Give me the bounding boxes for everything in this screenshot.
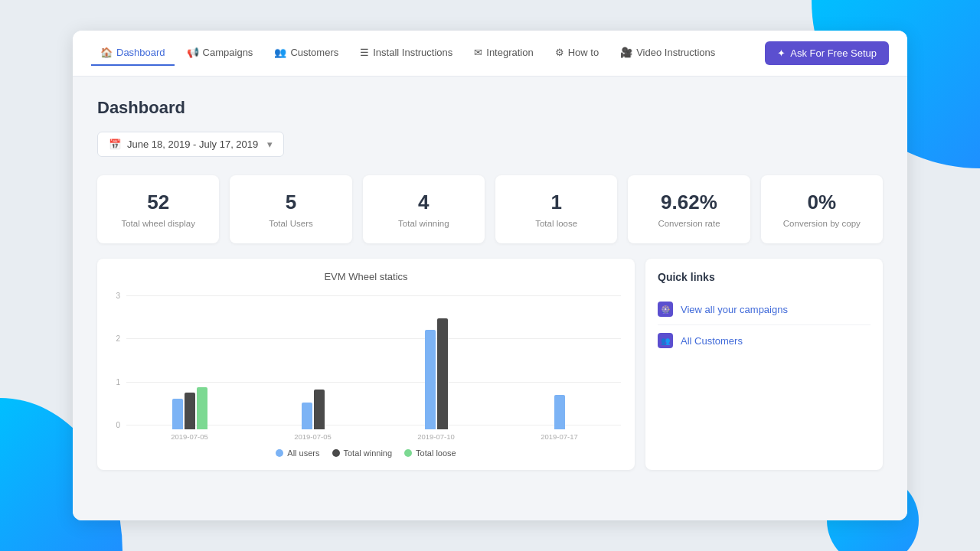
bar-3-blue bbox=[554, 395, 565, 429]
campaigns-icon: 📢 bbox=[187, 47, 199, 58]
date-range-text: June 18, 2019 - July 17, 2019 bbox=[127, 139, 258, 150]
stat-label-conv-rate: Conversion rate bbox=[640, 219, 737, 228]
dashboard-icon: 🏠 bbox=[100, 47, 113, 58]
stat-value-winning: 4 bbox=[375, 191, 472, 214]
nav-item-integration[interactable]: ✉ Integration bbox=[465, 41, 542, 66]
nav-item-customers[interactable]: 👥 Customers bbox=[265, 41, 348, 66]
stat-label-loose: Total loose bbox=[508, 219, 605, 228]
chart-title: EVM Wheel statics bbox=[111, 271, 621, 282]
x-label-2: 2019-07-10 bbox=[374, 432, 498, 441]
stat-card-wheel-display: 52 Total wheel display bbox=[97, 175, 219, 243]
chart-area: 3 2 1 0 bbox=[111, 292, 621, 429]
bar-2-dark bbox=[437, 318, 448, 429]
stat-label-wheel: Total wheel display bbox=[109, 219, 207, 228]
quick-link-customers[interactable]: 👥 All Customers bbox=[658, 325, 871, 356]
grid-line-3-bar bbox=[126, 295, 621, 296]
legend-label-blue: All users bbox=[287, 448, 319, 458]
bar-0-dark bbox=[185, 393, 195, 429]
stat-label-users: Total Users bbox=[242, 219, 339, 228]
quick-links-card: Quick links 🎡 View all your campaigns 👥 … bbox=[645, 259, 883, 470]
caret-icon: ▾ bbox=[267, 139, 273, 150]
howto-icon: ⚙ bbox=[555, 47, 564, 58]
page-title: Dashboard bbox=[97, 98, 883, 118]
nav-item-howto[interactable]: ⚙ How to bbox=[546, 41, 608, 66]
x-label-0: 2019-07-05 bbox=[128, 432, 251, 441]
stats-row: 52 Total wheel display 5 Total Users 4 T… bbox=[97, 175, 883, 243]
bar-1-dark bbox=[314, 390, 325, 429]
grid-label-2: 2 bbox=[111, 334, 120, 343]
stat-card-users: 5 Total Users bbox=[230, 175, 351, 243]
stat-label-winning: Total winning bbox=[375, 219, 472, 228]
legend-all-users: All users bbox=[276, 448, 319, 458]
bar-0-blue bbox=[172, 399, 183, 429]
bar-1-blue bbox=[302, 403, 312, 429]
stat-value-conv-rate: 9.62% bbox=[640, 191, 737, 214]
grid-label-0: 0 bbox=[111, 421, 120, 429]
page-content: Dashboard 📅 June 18, 2019 - July 17, 201… bbox=[73, 77, 907, 520]
x-label-3: 2019-07-17 bbox=[498, 432, 621, 441]
stat-value-loose: 1 bbox=[508, 191, 605, 214]
stat-value-wheel: 52 bbox=[109, 191, 207, 214]
grid-line-3: 3 bbox=[111, 292, 621, 300]
integration-icon: ✉ bbox=[474, 47, 482, 58]
legend-label-green: Total loose bbox=[416, 448, 456, 458]
customers-icon: 👥 bbox=[274, 47, 286, 58]
legend-dot-dark bbox=[332, 449, 340, 457]
nav-bar: 🏠 Dashboard 📢 Campaigns 👥 Customers ☰ In… bbox=[73, 31, 907, 77]
main-card: 🏠 Dashboard 📢 Campaigns 👥 Customers ☰ In… bbox=[73, 31, 907, 520]
main-content-row: EVM Wheel statics 3 2 1 bbox=[97, 259, 883, 470]
grid-label-3: 3 bbox=[111, 292, 120, 300]
bar-group-2 bbox=[374, 318, 498, 429]
bar-2-blue bbox=[425, 330, 436, 429]
stat-card-winning: 4 Total winning bbox=[363, 175, 485, 243]
nav-item-video[interactable]: 🎥 Video Instructions bbox=[611, 41, 724, 66]
stat-card-loose: 1 Total loose bbox=[495, 175, 617, 243]
chart-x-labels: 2019-07-05 2019-07-05 2019-07-10 2019-07… bbox=[128, 432, 621, 441]
stat-card-conversion-rate: 9.62% Conversion rate bbox=[628, 175, 750, 243]
chart-card: EVM Wheel statics 3 2 1 bbox=[97, 259, 635, 470]
legend-total-loose: Total loose bbox=[404, 448, 456, 458]
stat-value-conv-copy: 0% bbox=[773, 191, 871, 214]
bar-group-0 bbox=[128, 387, 251, 429]
customers-link-label: All Customers bbox=[681, 335, 743, 347]
stat-card-conversion-copy: 0% Conversion by copy bbox=[761, 175, 883, 243]
install-icon: ☰ bbox=[360, 47, 369, 58]
quick-link-campaigns[interactable]: 🎡 View all your campaigns bbox=[658, 294, 871, 325]
chart-legend: All users Total winning Total loose bbox=[111, 448, 621, 458]
legend-dot-blue bbox=[276, 449, 283, 457]
chart-bars bbox=[128, 311, 621, 429]
stat-label-conv-copy: Conversion by copy bbox=[773, 219, 871, 228]
stat-value-users: 5 bbox=[242, 191, 339, 214]
bar-group-3 bbox=[498, 395, 621, 429]
ask-btn-icon: ✦ bbox=[777, 47, 786, 59]
legend-total-winning: Total winning bbox=[332, 448, 393, 458]
x-label-1: 2019-07-05 bbox=[251, 432, 374, 441]
legend-dot-green bbox=[404, 449, 412, 457]
calendar-icon: 📅 bbox=[109, 139, 121, 150]
campaigns-link-icon: 🎡 bbox=[658, 302, 673, 317]
nav-item-dashboard[interactable]: 🏠 Dashboard bbox=[91, 41, 175, 66]
grid-label-1: 1 bbox=[111, 378, 120, 386]
ask-free-setup-button[interactable]: ✦ Ask For Free Setup bbox=[765, 41, 889, 65]
date-range-picker[interactable]: 📅 June 18, 2019 - July 17, 2019 ▾ bbox=[97, 132, 284, 157]
customers-link-icon: 👥 bbox=[658, 333, 673, 348]
legend-label-dark: Total winning bbox=[344, 448, 393, 458]
nav-item-campaigns[interactable]: 📢 Campaigns bbox=[178, 41, 263, 66]
bar-0-green bbox=[197, 387, 207, 429]
bar-group-1 bbox=[251, 390, 374, 429]
video-icon: 🎥 bbox=[620, 47, 632, 58]
nav-item-install[interactable]: ☰ Install Instructions bbox=[351, 41, 462, 66]
campaigns-link-label: View all your campaigns bbox=[681, 304, 788, 315]
quick-links-title: Quick links bbox=[658, 271, 871, 283]
